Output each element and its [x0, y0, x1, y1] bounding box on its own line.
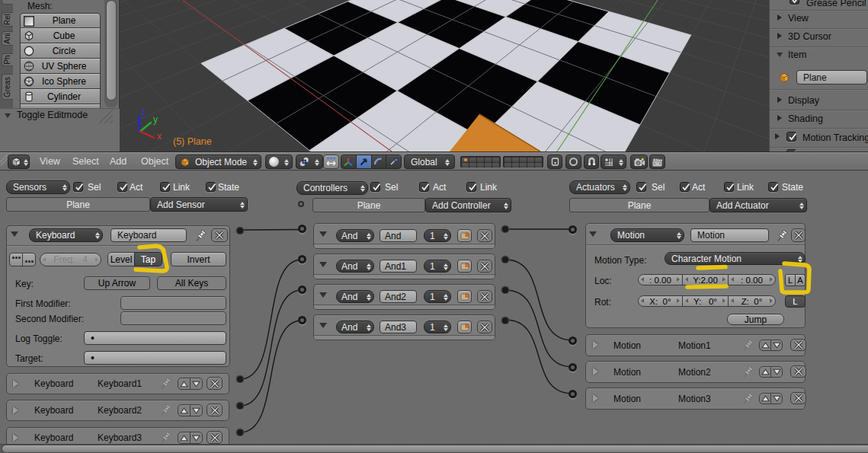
- svg-text:(5) Plane: (5) Plane: [173, 136, 212, 147]
- svg-text:x: x: [157, 131, 162, 142]
- svg-text:y: y: [153, 114, 158, 125]
- svg-text:z: z: [141, 107, 146, 117]
